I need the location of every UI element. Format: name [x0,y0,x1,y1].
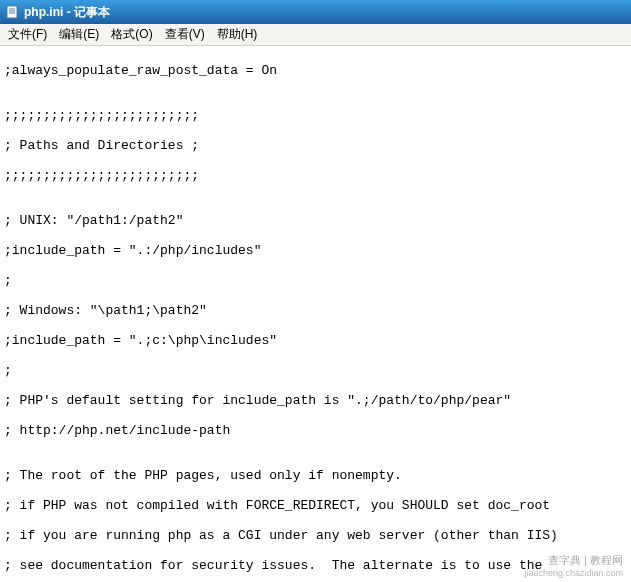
menu-edit[interactable]: 编辑(E) [53,24,105,45]
menu-file[interactable]: 文件(F) [2,24,53,45]
code-line: ; http://php.net/include-path [4,423,627,438]
code-line: ;include_path = ".;c:\php\includes" [4,333,627,348]
watermark-main: 查字典 | 教程网 [524,553,623,568]
menu-bar: 文件(F) 编辑(E) 格式(O) 查看(V) 帮助(H) [0,24,631,46]
notepad-icon [4,4,20,20]
window-titlebar: php.ini - 记事本 [0,0,631,24]
code-line: ;;;;;;;;;;;;;;;;;;;;;;;;; [4,168,627,183]
code-line: ; [4,273,627,288]
code-line: ;;;;;;;;;;;;;;;;;;;;;;;;; [4,108,627,123]
code-line: ;always_populate_raw_post_data = On [4,63,627,78]
watermark: 查字典 | 教程网 jiaocheng.chazidian.com [524,553,623,578]
watermark-sub: jiaocheng.chazidian.com [524,568,623,578]
menu-view[interactable]: 查看(V) [159,24,211,45]
code-line: ; Windows: "\path1;\path2" [4,303,627,318]
window-title: php.ini - 记事本 [24,4,110,21]
code-line: ; The root of the PHP pages, used only i… [4,468,627,483]
menu-format[interactable]: 格式(O) [105,24,158,45]
text-editor-content[interactable]: ;always_populate_raw_post_data = On ;;;;… [0,46,631,582]
code-line: ; [4,363,627,378]
svg-rect-0 [7,6,17,18]
code-line: ; if PHP was not compiled with FORCE_RED… [4,498,627,513]
code-line: ; PHP's default setting for include_path… [4,393,627,408]
code-line: ; if you are running php as a CGI under … [4,528,627,543]
menu-help[interactable]: 帮助(H) [211,24,264,45]
code-line: ; Paths and Directories ; [4,138,627,153]
code-line: ;include_path = ".:/php/includes" [4,243,627,258]
code-line: ; UNIX: "/path1:/path2" [4,213,627,228]
